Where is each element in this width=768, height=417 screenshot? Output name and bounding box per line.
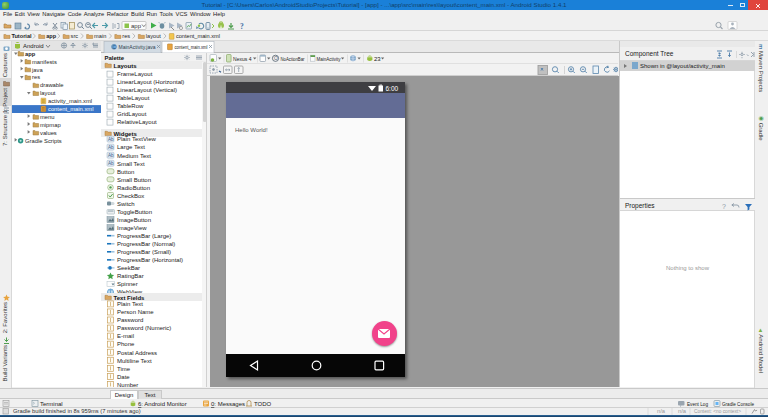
- svg-text:CheckBox: CheckBox: [117, 193, 144, 199]
- svg-text:Person Name: Person Name: [117, 309, 154, 315]
- svg-text:ImageView: ImageView: [117, 225, 147, 231]
- svg-text:LinearLayout (Horizontal): LinearLayout (Horizontal): [117, 79, 184, 85]
- svg-text:Phone: Phone: [117, 341, 135, 347]
- svg-text:6:00: 6:00: [386, 85, 399, 92]
- svg-text:Medium Text: Medium Text: [117, 153, 151, 159]
- svg-text:Android: Android: [23, 43, 44, 49]
- svg-text:ProgressBar (Horizontal): ProgressBar (Horizontal): [117, 257, 183, 263]
- svg-text:src: src: [71, 33, 79, 39]
- svg-text:Switch: Switch: [117, 201, 135, 207]
- svg-text:SeekBar: SeekBar: [117, 265, 140, 271]
- svg-text:Context: <no context>: Context: <no context>: [694, 408, 742, 414]
- svg-text:app: app: [46, 33, 56, 39]
- svg-text:Nexus 4: Nexus 4: [233, 56, 252, 62]
- svg-text:Plain TextView: Plain TextView: [117, 136, 156, 142]
- svg-text:app: app: [131, 22, 142, 28]
- svg-text:RadioButton: RadioButton: [117, 185, 150, 191]
- svg-text:Small Text: Small Text: [117, 161, 145, 167]
- svg-text:content_main.xml: content_main.xml: [176, 33, 220, 39]
- svg-text:O: O: [274, 56, 278, 61]
- svg-text:manifests: manifests: [32, 59, 57, 65]
- svg-text:Palette: Palette: [105, 55, 125, 61]
- svg-text:E-mail: E-mail: [117, 333, 134, 339]
- svg-text:content_main.xml: content_main.xml: [175, 44, 208, 50]
- svg-text:Terminal: Terminal: [40, 401, 63, 407]
- svg-text:main: main: [94, 33, 106, 39]
- svg-text:n/a: n/a: [678, 408, 687, 414]
- svg-text:Number: Number: [117, 382, 138, 387]
- svg-text:ProgressBar (Normal): ProgressBar (Normal): [117, 241, 175, 247]
- svg-text:Date: Date: [117, 374, 130, 380]
- svg-text:TODO: TODO: [254, 401, 272, 407]
- svg-text:menu: menu: [40, 114, 55, 120]
- svg-text:Layouts: Layouts: [114, 63, 138, 69]
- svg-text:Spinner: Spinner: [117, 281, 138, 287]
- svg-text:Password: Password: [117, 317, 143, 323]
- svg-text:Time: Time: [117, 366, 131, 372]
- svg-text:LinearLayout (Vertical): LinearLayout (Vertical): [117, 87, 177, 93]
- svg-text:MainActivity.java: MainActivity.java: [119, 44, 157, 50]
- svg-text:mipmap: mipmap: [40, 122, 61, 128]
- svg-text:Small Button: Small Button: [117, 177, 151, 183]
- svg-text:TableLayout: TableLayout: [117, 95, 150, 101]
- svg-text:activity_main.xml: activity_main.xml: [48, 98, 92, 104]
- svg-text:?: ?: [722, 203, 726, 210]
- svg-text:n/a: n/a: [657, 408, 666, 414]
- svg-text:res: res: [122, 33, 130, 39]
- svg-text:Ab: Ab: [108, 145, 114, 150]
- svg-text:FrameLayout: FrameLayout: [117, 71, 153, 77]
- svg-text:drawable: drawable: [40, 82, 64, 88]
- svg-text:23: 23: [374, 56, 381, 62]
- svg-text:ImageButton: ImageButton: [117, 217, 151, 223]
- svg-text:Event Log: Event Log: [687, 401, 708, 407]
- svg-text:ToggleButton: ToggleButton: [117, 209, 152, 215]
- svg-text:java: java: [31, 67, 43, 73]
- svg-text:GridLayout: GridLayout: [117, 111, 147, 117]
- svg-text:Text Fields: Text Fields: [114, 295, 146, 301]
- svg-text:values: values: [40, 130, 57, 136]
- svg-text:0: Messages: 0: Messages: [211, 401, 245, 407]
- svg-text:TableRow: TableRow: [117, 103, 144, 109]
- svg-text:RelativeLayout: RelativeLayout: [117, 119, 157, 125]
- svg-text:Large Text: Large Text: [117, 144, 145, 150]
- svg-text:app: app: [25, 51, 36, 57]
- svg-text:Ab: Ab: [108, 137, 114, 142]
- svg-text:Gradle Console: Gradle Console: [722, 401, 754, 407]
- svg-text:Plain Text: Plain Text: [117, 301, 143, 307]
- svg-text:ProgressBar (Small): ProgressBar (Small): [117, 249, 171, 255]
- svg-text:layout: layout: [40, 90, 56, 96]
- svg-text:Tutorial: Tutorial: [11, 33, 32, 39]
- svg-text:MainActivity: MainActivity: [317, 56, 341, 62]
- svg-text:ProgressBar (Large): ProgressBar (Large): [117, 233, 171, 239]
- svg-text:6: Android Monitor: 6: Android Monitor: [138, 401, 187, 407]
- svg-text:Gradle Scripts: Gradle Scripts: [25, 138, 62, 144]
- svg-text:Gradle build finished in 8s 95: Gradle build finished in 8s 959ms (7 min…: [13, 408, 141, 414]
- svg-text:Ab: Ab: [108, 153, 114, 158]
- svg-text:?: ?: [240, 21, 244, 30]
- svg-text:Password (Numeric): Password (Numeric): [117, 325, 171, 331]
- svg-text:RatingBar: RatingBar: [117, 273, 144, 279]
- svg-text:Button: Button: [117, 169, 134, 175]
- svg-text:Multiline Text: Multiline Text: [117, 358, 152, 364]
- svg-text:Ab: Ab: [108, 161, 114, 166]
- svg-text:res: res: [32, 74, 40, 80]
- svg-text:Postal Address: Postal Address: [117, 350, 157, 356]
- svg-text:NoActionBar: NoActionBar: [281, 56, 305, 62]
- svg-text:content_main.xml: content_main.xml: [48, 106, 93, 112]
- svg-text:layout: layout: [146, 33, 161, 39]
